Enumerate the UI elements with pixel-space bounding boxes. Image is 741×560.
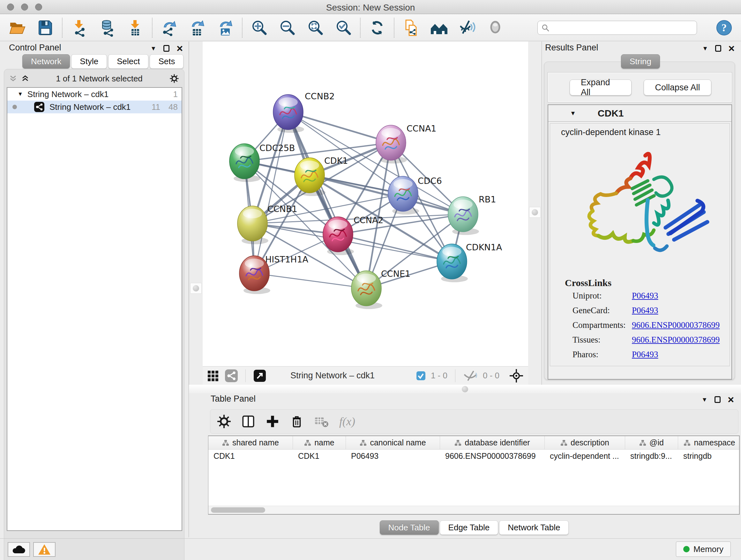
network-node-CCNA2[interactable] <box>323 217 354 255</box>
crosslink-link[interactable]: P06493 <box>632 291 658 301</box>
birds-eye-grid-icon[interactable] <box>207 369 220 382</box>
results-panel-menu-icon[interactable]: ▼ <box>702 45 708 51</box>
crosslink-label: Uniprot: <box>572 291 602 300</box>
network-graph[interactable]: CCNB2CCNA1CDC25BCDK1CDC6RB1CCNB1CCNA2CDK… <box>203 42 528 366</box>
table-options-gear-icon[interactable] <box>217 414 231 429</box>
cloud-button[interactable] <box>8 542 30 557</box>
hidden-eye-icon[interactable] <box>463 370 478 381</box>
inactive-eye-icon[interactable] <box>486 19 504 37</box>
table-horizontal-scrollbar[interactable] <box>208 506 739 514</box>
network-node-CCNE1[interactable] <box>351 271 382 309</box>
column-header[interactable]: canonical name <box>346 436 440 449</box>
network-edge[interactable] <box>254 112 288 273</box>
tab-select[interactable]: Select <box>108 54 148 69</box>
tab-node-table[interactable]: Node Table <box>380 520 439 535</box>
table-panel-close-icon[interactable]: × <box>728 395 734 404</box>
results-panel-close-icon[interactable]: × <box>728 44 735 53</box>
network-edge[interactable] <box>254 273 366 288</box>
collapse-all-button[interactable]: Collapse All <box>644 79 711 96</box>
export-network-icon[interactable] <box>160 19 178 37</box>
apply-layout-icon[interactable] <box>368 19 386 37</box>
zoom-fit-icon[interactable] <box>307 19 324 37</box>
control-panel-float-icon[interactable] <box>163 45 170 52</box>
network-node-RB1[interactable] <box>448 197 479 235</box>
network-node-label: CCNA2 <box>354 215 384 225</box>
tab-network-table[interactable]: Network Table <box>499 520 569 535</box>
tab-style[interactable]: Style <box>71 54 107 69</box>
network-node-CDC25B[interactable] <box>229 144 260 182</box>
fit-selected-crosshair-icon[interactable] <box>509 368 524 383</box>
network-row-label: String Network – cdk1 <box>50 102 131 112</box>
network-collection-row[interactable]: ▼ String Network – cdk1 1 <box>7 88 182 101</box>
import-network-file-icon[interactable] <box>70 19 88 37</box>
gene-collapse-icon[interactable]: ▼ <box>570 110 576 116</box>
network-node-CCNB1[interactable] <box>238 206 268 244</box>
right-splitter[interactable] <box>528 42 542 385</box>
column-header[interactable]: namespace <box>678 436 740 449</box>
table-row[interactable]: CDK1 CDK1 P06493 9606.ENSP00000378699 cy… <box>208 449 739 463</box>
left-splitter-toggle[interactable] <box>190 283 202 294</box>
current-network-bullet-icon <box>12 105 17 109</box>
add-column-icon[interactable] <box>265 414 280 429</box>
network-node-CDKN1A[interactable] <box>437 244 468 282</box>
column-header[interactable]: @id <box>625 436 678 449</box>
column-header[interactable]: shared name <box>208 436 293 449</box>
network-node-CCNA1[interactable] <box>376 125 407 164</box>
crosslink-link[interactable]: P06493 <box>632 350 658 360</box>
zoom-in-icon[interactable] <box>250 19 268 37</box>
zoom-selected-icon[interactable] <box>334 19 352 37</box>
search-input[interactable] <box>537 21 697 35</box>
hide-panels-eye-slash-icon[interactable] <box>458 19 476 37</box>
results-panel-float-icon[interactable] <box>715 45 721 52</box>
tab-string[interactable]: String <box>621 54 660 69</box>
network-node-CDC6[interactable] <box>388 176 419 214</box>
column-header[interactable]: name <box>293 436 346 449</box>
tab-edge-table[interactable]: Edge Table <box>440 520 498 535</box>
network-badge-gray-icon[interactable] <box>225 369 238 382</box>
collection-expander-icon[interactable]: ▼ <box>17 91 23 98</box>
network-canvas[interactable]: CCNB2CCNA1CDC25BCDK1CDC6RB1CCNB1CCNA2CDK… <box>203 42 528 366</box>
column-header[interactable]: database identifier <box>440 436 545 449</box>
left-splitter[interactable] <box>189 42 203 385</box>
selected-checkbox-icon[interactable] <box>416 371 426 381</box>
network-row-selected[interactable]: String Network – cdk1 11 48 <box>7 101 182 113</box>
network-edge[interactable] <box>288 112 391 143</box>
column-header[interactable]: description <box>545 436 625 449</box>
crosslink-link[interactable]: P06493 <box>632 306 658 315</box>
tab-sets[interactable]: Sets <box>150 54 184 69</box>
network-options-gear-icon[interactable] <box>170 74 179 83</box>
horizontal-splitter-handle[interactable] <box>462 386 468 392</box>
crosslink-link[interactable]: 9606.ENSP00000378699 <box>632 320 720 330</box>
import-network-database-icon[interactable] <box>98 19 116 37</box>
open-session-icon[interactable] <box>8 19 26 37</box>
control-panel-menu-icon[interactable]: ▼ <box>150 45 156 51</box>
zoom-out-icon[interactable] <box>278 19 296 37</box>
memory-button[interactable]: Memory <box>676 542 731 557</box>
right-splitter-toggle[interactable] <box>529 207 541 218</box>
gene-header-row[interactable]: ▼ CDK1 <box>548 105 731 122</box>
expand-all-button[interactable]: Expand All <box>569 79 631 96</box>
save-session-icon[interactable] <box>37 19 54 37</box>
crosslink-link[interactable]: 9606.ENSP00000378699 <box>632 335 720 345</box>
open-external-icon[interactable] <box>253 369 266 382</box>
network-node-CCNB2[interactable] <box>273 95 304 133</box>
table-panel-float-icon[interactable] <box>715 396 721 403</box>
show-columns-icon[interactable] <box>241 414 256 429</box>
copy-style-icon[interactable] <box>402 19 420 37</box>
warning-button[interactable] <box>33 542 56 557</box>
import-table-file-icon[interactable] <box>126 19 144 37</box>
expand-all-networks-icon[interactable] <box>21 75 29 82</box>
network-node-CDK1[interactable] <box>294 158 326 196</box>
table-scrollbar-thumb[interactable] <box>211 507 265 513</box>
network-list: ▼ String Network – cdk1 1 String Network… <box>7 87 182 531</box>
collapse-all-networks-icon[interactable] <box>9 75 17 82</box>
tab-network[interactable]: Network <box>22 54 70 69</box>
main-toolbar: ? <box>0 14 741 41</box>
table-panel-menu-icon[interactable]: ▼ <box>701 396 708 402</box>
help-icon[interactable]: ? <box>716 19 733 37</box>
home-panel-icon[interactable] <box>430 19 448 37</box>
control-panel-close-icon[interactable]: × <box>177 44 183 53</box>
export-image-icon[interactable] <box>216 19 234 37</box>
delete-column-trash-icon[interactable] <box>289 414 304 429</box>
export-table-icon[interactable] <box>188 19 206 37</box>
